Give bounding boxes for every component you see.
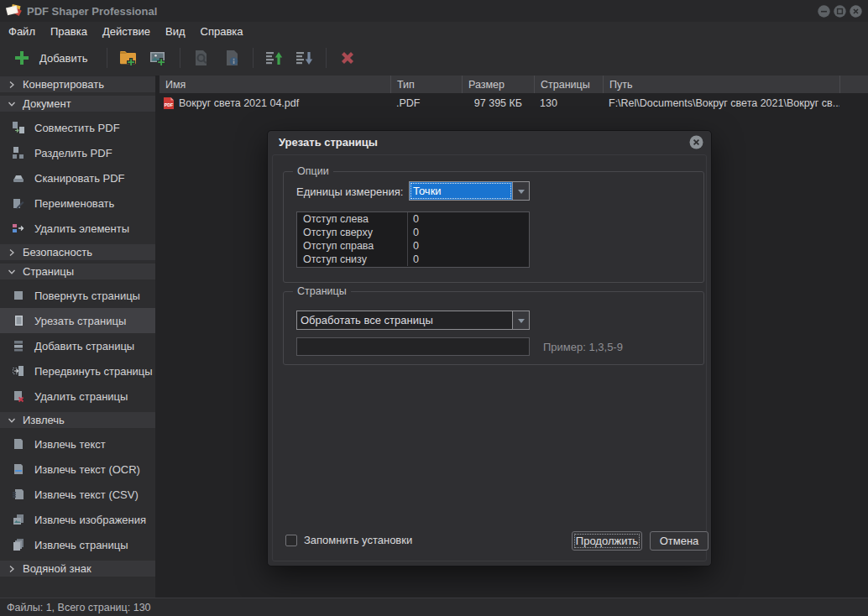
sidebar-item-18[interactable]: Извлечь изображения: [0, 507, 155, 532]
margin-row-1[interactable]: Отступ сверху0: [297, 226, 529, 239]
remove-files-icon: [337, 48, 358, 68]
margin-row-0[interactable]: Отступ слева0: [297, 212, 529, 226]
margins-listbox[interactable]: Отступ слева0Отступ сверху0Отступ справа…: [296, 211, 530, 268]
column-header-2[interactable]: Размер: [462, 76, 534, 93]
sidebar-item-4[interactable]: Сканировать PDF: [0, 165, 155, 191]
sidebar-item-3[interactable]: Разделить PDF: [0, 140, 155, 165]
margin-value[interactable]: 0: [408, 240, 419, 252]
file-type-cell: .PDF: [390, 97, 462, 109]
sidebar-label: Переименовать: [34, 197, 114, 210]
delete-elements-icon: [12, 222, 25, 235]
menu-bar: ФайлПравкаДействиеВидСправка: [0, 22, 868, 40]
sidebar-label: Добавить страницы: [34, 340, 134, 352]
menu-item-1[interactable]: Правка: [43, 22, 95, 40]
toolbar-separator: [107, 48, 107, 68]
document-info-button[interactable]: [217, 44, 247, 72]
add-pages-icon: [12, 339, 25, 352]
toolbar-add-label: Добавить: [39, 52, 87, 65]
status-bar: Файлы: 1, Всего страниц: 130: [0, 598, 868, 616]
sidebar-item-17[interactable]: Извлечь текст (CSV): [0, 482, 155, 507]
page-mode-select[interactable]: Обработать все страницы: [296, 311, 530, 330]
sidebar-item-5[interactable]: Переименовать: [0, 191, 155, 216]
menu-item-4[interactable]: Справка: [193, 22, 251, 40]
sidebar-item-9[interactable]: Повернуть страницы: [0, 283, 155, 308]
sidebar-category-14[interactable]: Извлечь: [0, 412, 155, 428]
sidebar-label: Передвинуть страницы: [34, 365, 153, 378]
sidebar-label: Сканировать PDF: [34, 172, 125, 185]
sidebar-item-13[interactable]: Удалить страницы: [0, 384, 155, 409]
menu-item-3[interactable]: Вид: [158, 22, 193, 40]
pages-group-label: Страницы: [293, 285, 351, 297]
preview-document-button[interactable]: [186, 44, 217, 72]
sidebar-item-6[interactable]: Удалить элементы: [0, 216, 155, 241]
page-range-input[interactable]: [296, 337, 530, 356]
margin-value[interactable]: 0: [408, 227, 419, 238]
pages-group: Страницы Обработать все страницы Пример:…: [283, 291, 704, 365]
sidebar-item-2[interactable]: Совместить PDF: [0, 115, 155, 140]
page-mode-selected-value: Обработать все страницы: [297, 311, 512, 329]
column-header-filler: [839, 76, 868, 93]
file-row[interactable]: PDFВокруг света 2021 04.pdf.PDF97 395 КБ…: [159, 93, 868, 112]
chevron-down-icon: [8, 100, 16, 108]
chevron-down-icon: [8, 268, 16, 276]
app-window: PDF Shaper Professional ФайлПравкаДейств…: [0, 0, 868, 616]
sidebar-label: Извлечь: [23, 414, 65, 426]
sidebar-category-1[interactable]: Документ: [0, 96, 155, 112]
file-pages-cell: 130: [534, 97, 603, 109]
minimize-button[interactable]: [818, 5, 830, 18]
sidebar-item-19[interactable]: Извлечь страницы: [0, 532, 155, 557]
sidebar-category-7[interactable]: Безопасность: [0, 244, 155, 260]
column-header-4[interactable]: Путь: [603, 76, 839, 93]
window-title: PDF Shaper Professional: [27, 5, 157, 18]
menu-item-2[interactable]: Действие: [95, 22, 158, 40]
window-controls: [818, 5, 862, 18]
sidebar-label: Удалить страницы: [34, 390, 128, 403]
toolbar: Добавить: [0, 40, 868, 76]
sidebar-label: Повернуть страницы: [34, 290, 140, 302]
add-files-icon: [12, 48, 32, 68]
add-files-button[interactable]: Добавить: [7, 44, 101, 72]
margin-row-3[interactable]: Отступ снизу0: [297, 253, 529, 266]
margin-label: Отступ справа: [297, 239, 408, 253]
chevron-right-icon: [8, 81, 16, 89]
add-folder-button[interactable]: [113, 44, 144, 72]
dialog-close-icon[interactable]: [689, 135, 703, 149]
chevron-right-icon: [8, 248, 16, 257]
sidebar-item-15[interactable]: Извлечь текст: [0, 431, 155, 457]
sidebar-item-10[interactable]: Урезать страницы: [0, 308, 155, 333]
close-button[interactable]: [850, 5, 862, 18]
column-header-1[interactable]: Тип: [390, 76, 462, 93]
sidebar-label: Безопасность: [23, 246, 92, 258]
sidebar-category-8[interactable]: Страницы: [0, 264, 155, 279]
column-header-0[interactable]: Имя: [159, 76, 390, 93]
margin-row-2[interactable]: Отступ справа0: [297, 239, 529, 253]
menu-item-0[interactable]: Файл: [1, 22, 43, 40]
margin-value[interactable]: 0: [408, 213, 419, 225]
cancel-button[interactable]: Отмена: [650, 531, 709, 551]
dropdown-arrow-icon[interactable]: [512, 182, 529, 200]
add-images-button[interactable]: [144, 44, 174, 72]
units-select[interactable]: Точки: [409, 181, 530, 201]
remove-files-button[interactable]: [332, 44, 363, 72]
extract-images-icon: [12, 513, 25, 526]
remember-settings-checkbox[interactable]: [285, 535, 297, 546]
sidebar-item-16[interactable]: Извлечь текст (OCR): [0, 457, 155, 482]
sidebar-item-12[interactable]: Передвинуть страницы: [0, 358, 155, 384]
crop-pages-icon: [12, 314, 25, 327]
maximize-button[interactable]: [834, 5, 846, 18]
sidebar-label: Конвертировать: [23, 78, 104, 91]
move-down-button[interactable]: [290, 44, 320, 72]
move-up-button[interactable]: [259, 44, 290, 72]
chevron-right-icon: [8, 565, 16, 573]
sidebar-category-0[interactable]: Конвертировать: [0, 76, 155, 92]
continue-button[interactable]: Продолжить: [572, 531, 642, 551]
sidebar-category-20[interactable]: Водяной знак: [0, 561, 155, 577]
column-header-3[interactable]: Страницы: [534, 76, 603, 93]
move-down-icon: [295, 48, 315, 68]
chevron-down-icon: [8, 416, 16, 425]
title-bar: PDF Shaper Professional: [0, 0, 868, 22]
sidebar-item-11[interactable]: Добавить страницы: [0, 333, 155, 358]
dropdown-arrow-icon[interactable]: [512, 311, 529, 329]
margin-value[interactable]: 0: [408, 253, 419, 265]
table-header: ИмяТипРазмерСтраницыПуть: [159, 76, 868, 93]
